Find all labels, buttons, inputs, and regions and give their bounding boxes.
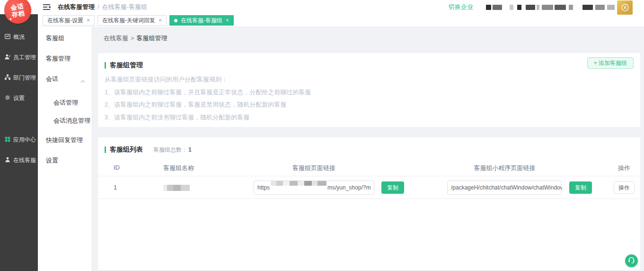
sidebar-item-settings[interactable]: 设置 xyxy=(4,94,25,102)
sidebar-item-app-center[interactable]: 应用中心 xyxy=(4,136,36,144)
miniprogram-link-input[interactable]: /packageH/chitchat/chatWindow/chatWindow… xyxy=(447,181,562,195)
tab-close-icon[interactable]: × xyxy=(159,17,162,24)
column-group-name: 客服组名称 xyxy=(163,164,194,172)
tab-close-icon[interactable]: × xyxy=(226,17,229,24)
page-breadcrumb-current: 客服组管理 xyxy=(137,35,168,42)
submenu-session[interactable]: 会话 xyxy=(46,75,88,83)
link-prefix: https xyxy=(257,184,270,191)
org-icon xyxy=(4,74,11,82)
card-title: 客服组管理 xyxy=(110,61,143,70)
rule-2: 2、该客服组内之前聊过客服，客服是禁用状态，随机分配新的客服 xyxy=(105,99,311,111)
breadcrumb-root[interactable]: 在线客服管理 xyxy=(58,3,95,10)
submenu-label: 会话管理 xyxy=(53,99,78,106)
agent-icon xyxy=(4,156,11,164)
submenu-settings[interactable]: 设置 xyxy=(46,156,88,165)
rule-3: 3、该客服组内之前没有聊过客服，随机分配新的客服 xyxy=(105,111,311,124)
submenu-label: 会话 xyxy=(46,75,58,82)
redacted-company-name xyxy=(486,5,615,10)
card-title-row: 客服组列表 客服组总数：1 xyxy=(98,137,640,154)
breadcrumb-separator: / xyxy=(97,3,99,10)
service-group-management-card: 客服组管理 + 添加客服组 从客服组页面链接访问的用户分配客服规则： 1、该客服… xyxy=(98,53,640,127)
column-actions: 操作 xyxy=(614,164,635,172)
chart-icon xyxy=(4,33,11,41)
page-breadcrumb-separator: > xyxy=(131,35,134,42)
active-tab-dot xyxy=(174,19,177,22)
sidebar-item-label: 设置 xyxy=(13,94,25,102)
sidebar-item-label: 应用中心 xyxy=(13,136,36,144)
card-title: 客服组列表 xyxy=(110,145,143,154)
cell-group-name-redacted xyxy=(163,185,190,192)
top-header: 在线客服管理/在线客服-客服组 切换企业 xyxy=(0,0,644,14)
gear-icon xyxy=(4,94,11,102)
apps-grid-icon xyxy=(4,136,11,144)
headset-icon xyxy=(627,256,635,266)
header-breadcrumb: 在线客服管理/在线客服-客服组 xyxy=(58,0,147,14)
chevron-up-icon[interactable] xyxy=(80,77,86,86)
table-header: ID 客服组名称 客服组页面链接 客服组小程序页面链接 操作 xyxy=(98,161,640,176)
switch-company-link[interactable]: 切换企业 xyxy=(449,0,473,14)
sidebar-item-departments[interactable]: 部门管理 xyxy=(4,73,36,82)
service-group-list-card: 客服组列表 客服组总数：1 ID 客服组名称 客服组页面链接 客服组小程序页面链… xyxy=(98,137,640,270)
assignment-rules: 从客服组页面链接访问的用户分配客服规则： 1、该客服组内之前聊过客服，并且客服是… xyxy=(105,73,311,124)
main-content: 在线客服>客服组管理 客服组管理 + 添加客服组 从客服组页面链接访问的用户分配… xyxy=(92,27,644,271)
group-page-link-input[interactable]: httpsms/yun_shop/?m xyxy=(254,181,374,195)
avatar[interactable] xyxy=(617,0,633,15)
rule-1: 1、该客服组内之前聊过客服，并且客服是正常状态，分配给之前聊过的客服 xyxy=(105,86,311,99)
customer-support-float-button[interactable] xyxy=(625,254,638,267)
submenu-session-message-management[interactable]: 会话消息管理 xyxy=(53,117,88,125)
submenu-label: 客服组 xyxy=(46,35,64,42)
page-breadcrumb-root[interactable]: 在线客服 xyxy=(104,35,128,42)
link-suffix: ms/yun_shop/?m xyxy=(327,184,371,191)
sidebar-item-label: 员工管理 xyxy=(13,54,36,62)
column-id: ID xyxy=(114,164,120,171)
open-tabs-bar: 在线客服-设置 × 在线客服-关键词回复 × 在线客服-客服组 × xyxy=(38,14,644,27)
cell-id: 1 xyxy=(114,176,117,199)
group-total: 客服组总数：1 xyxy=(153,146,192,154)
tab-label: 在线客服-设置 xyxy=(47,17,83,25)
tab-label: 在线客服-客服组 xyxy=(181,17,222,25)
primary-sidebar: 概况 员工管理 部门管理 设置 应用中心 在线客服 xyxy=(0,14,38,271)
tab-close-icon[interactable]: × xyxy=(87,17,90,24)
user-icon xyxy=(4,54,11,62)
submenu-label: 快捷回复管理 xyxy=(46,136,83,144)
tab-online-service-settings[interactable]: 在线客服-设置 × xyxy=(43,15,95,26)
tab-keyword-reply[interactable]: 在线客服-关键词回复 × xyxy=(97,15,167,26)
submenu-session-management[interactable]: 会话管理 xyxy=(53,99,88,107)
tab-service-group[interactable]: 在线客服-客服组 × xyxy=(169,15,234,26)
tab-label: 在线客服-关键词回复 xyxy=(102,17,155,25)
secondary-sidebar: 客服组 客服管理 会话 会话管理 会话消息管理 快捷回复管理 设置 xyxy=(38,27,92,271)
card-title-row: 客服组管理 xyxy=(98,53,640,70)
submenu-service-management[interactable]: 客服管理 xyxy=(46,54,88,63)
submenu-quick-reply-management[interactable]: 快捷回复管理 xyxy=(46,136,88,145)
submenu-label: 客服管理 xyxy=(46,55,71,62)
row-action-button[interactable]: 操作 xyxy=(614,181,635,194)
rules-intro: 从客服组页面链接访问的用户分配客服规则： xyxy=(105,73,311,86)
sidebar-item-online-service[interactable]: 在线客服 xyxy=(4,156,36,164)
sidebar-item-label: 在线客服 xyxy=(13,156,36,164)
column-miniprogram-link: 客服组小程序页面链接 xyxy=(447,164,562,172)
sidebar-item-label: 概况 xyxy=(13,33,25,41)
submenu-service-group[interactable]: 客服组 xyxy=(46,34,88,43)
collapse-menu-icon[interactable] xyxy=(43,4,51,10)
copy-page-link-button[interactable]: 复制 xyxy=(381,181,404,194)
table-row: 1 httpsms/yun_shop/?m 复制 /packageH/chitc… xyxy=(98,176,640,199)
page-breadcrumb: 在线客服>客服组管理 xyxy=(104,34,168,43)
copy-miniprogram-link-button[interactable]: 复制 xyxy=(569,181,592,194)
title-accent-bar xyxy=(105,146,106,153)
submenu-label: 设置 xyxy=(46,157,58,164)
breadcrumb-current: 在线客服-客服组 xyxy=(102,3,147,10)
badge-line2: 存档 xyxy=(11,9,26,18)
sidebar-item-overview[interactable]: 概况 xyxy=(4,33,25,41)
column-page-link: 客服组页面链接 xyxy=(254,164,374,172)
submenu-label: 会话消息管理 xyxy=(53,117,90,124)
title-accent-bar xyxy=(105,62,106,69)
sidebar-item-employees[interactable]: 员工管理 xyxy=(4,53,36,62)
miniprogram-link-text: /packageH/chitchat/chatWindow/chatWindow… xyxy=(451,184,562,191)
sidebar-item-label: 部门管理 xyxy=(13,74,36,82)
group-total-value: 1 xyxy=(188,146,192,153)
add-service-group-button[interactable]: + 添加客服组 xyxy=(587,57,634,69)
group-total-label: 客服组总数： xyxy=(153,146,187,153)
